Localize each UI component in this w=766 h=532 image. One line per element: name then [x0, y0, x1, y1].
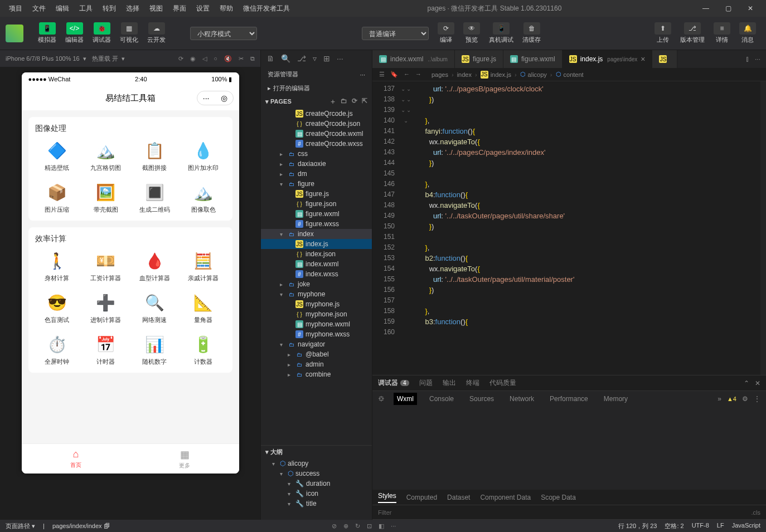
more-icon[interactable]: ··· [755, 55, 760, 63]
file-createQrcode.wxml[interactable]: ▤ createQrcode.wxml [261, 129, 372, 139]
nav-fwd-icon[interactable]: → [415, 71, 421, 78]
file-daxiaoxie[interactable]: ▸🗀 daxiaoxie [261, 159, 372, 169]
status-JavaScript[interactable]: JavaScript [732, 522, 760, 530]
page-path[interactable]: pages/index/index 🗐 [52, 523, 110, 529]
tool-消息[interactable]: 🔔消息 [735, 20, 760, 46]
collapse-icon[interactable]: ⇱ [362, 97, 367, 106]
menu-视图[interactable]: 视图 [145, 2, 167, 16]
file-navigator[interactable]: ▾🗀 navigator [261, 339, 372, 349]
panel-tab-终端[interactable]: 终端 [466, 378, 479, 388]
bc-content[interactable]: ⬡ content [556, 71, 584, 78]
hotreload-toggle[interactable]: 热重载 开 ▾ [92, 55, 125, 63]
page-path-label[interactable]: 页面路径 ▾ [6, 522, 35, 530]
sb-icon[interactable]: ⊘ [332, 523, 337, 530]
menu-文件[interactable]: 文件 [28, 2, 50, 16]
devtab-Wxml[interactable]: Wxml [394, 393, 417, 405]
panel-tab-代码质量[interactable]: 代码质量 [489, 378, 516, 388]
tab-figure.wxml[interactable]: ▤ figure.wxml [503, 50, 563, 68]
open-editors-section[interactable]: ▸ 打开的编辑器 [261, 82, 372, 95]
app-进制计算器[interactable]: ➕进制计算器 [84, 292, 128, 324]
tool-可视化[interactable]: ▦可视化 [115, 20, 143, 46]
styles-tab-Scope Data[interactable]: Scope Data [541, 494, 576, 501]
tool-云开发[interactable]: ☁云开发 [143, 20, 170, 46]
file-createQrcode.js[interactable]: JS createQrcode.js [261, 109, 372, 119]
app-量角器[interactable]: 📐量角器 [181, 292, 226, 324]
breadcrumb[interactable]: ☰ 🔖 ← → pages›index›JS index.js›⬡ alicop… [372, 68, 766, 81]
extension-icon[interactable]: ⊞ [323, 54, 330, 63]
tool-清缓存[interactable]: 🗑清缓存 [518, 20, 545, 46]
app-全屏时钟[interactable]: ⏱️全屏时钟 [35, 334, 80, 366]
tool-编辑器[interactable]: </>编辑器 [61, 20, 88, 46]
tool-编译[interactable]: ⟳编译 [433, 20, 459, 46]
file-myphone.wxss[interactable]: # myphone.wxss [261, 329, 372, 339]
devtab-Performance[interactable]: Performance [546, 393, 592, 405]
outline-title[interactable]: ▾🔧 title [261, 499, 372, 509]
tab-home[interactable]: ⌂首页 [22, 444, 130, 474]
bc-index[interactable]: index [457, 71, 472, 78]
app-精选壁纸[interactable]: 🔷精选壁纸 [35, 140, 80, 172]
close-icon[interactable]: × [641, 55, 645, 64]
file-myphone.json[interactable]: { } myphone.json [261, 309, 372, 319]
panel-tab-问题[interactable]: 问题 [419, 378, 433, 388]
bc-index.js[interactable]: JS index.js [481, 71, 511, 79]
close-button[interactable]: ✕ [739, 0, 762, 17]
file-index.wxss[interactable]: # index.wxss [261, 269, 372, 279]
file-index.wxml[interactable]: ▤ index.wxml [261, 259, 372, 269]
status-行 120，列 23[interactable]: 行 120，列 23 [618, 522, 657, 530]
file-figure.wxss[interactable]: # figure.wxss [261, 219, 372, 229]
new-file-icon[interactable]: ＋ [329, 97, 336, 106]
files-icon[interactable]: 🗎 [266, 54, 274, 63]
app-随机数字[interactable]: 📊随机数字 [133, 334, 177, 366]
minimize-button[interactable]: — [695, 0, 717, 17]
sb-icon[interactable]: ↻ [355, 523, 360, 530]
devtab-Network[interactable]: Network [506, 393, 537, 405]
nav-back-icon[interactable]: ← [404, 71, 410, 78]
menu-选择[interactable]: 选择 [122, 2, 144, 16]
phone-content[interactable]: 图像处理 🔷精选壁纸🏔️九宫格切图📋截图拼接💧图片加水印📦图片压缩🖼️带壳截图🔳… [22, 110, 239, 443]
branch-icon[interactable]: ⎇ [297, 54, 306, 63]
file-figure[interactable]: ▾🗀 figure [261, 179, 372, 189]
maximize-button[interactable]: ▢ [717, 0, 739, 17]
styles-tab-Component Data[interactable]: Component Data [480, 494, 531, 501]
menu-编辑[interactable]: 编辑 [51, 2, 74, 16]
mute-icon[interactable]: 🔇 [224, 55, 232, 62]
file-figure.json[interactable]: { } figure.json [261, 199, 372, 209]
inspect-icon[interactable]: ⯐ [378, 395, 385, 403]
record-icon[interactable]: ◉ [190, 55, 196, 62]
app-计数器[interactable]: 🔋计数器 [181, 334, 226, 366]
styles-tab-Computed[interactable]: Computed [406, 494, 437, 501]
more-icon[interactable]: ⋮ [754, 395, 760, 403]
app-血型计算器[interactable]: 🩸血型计算器 [133, 251, 177, 282]
home-icon[interactable]: ○ [214, 55, 217, 62]
app-截图拼接[interactable]: 📋截图拼接 [133, 140, 177, 172]
bc-alicopy[interactable]: ⬡ alicopy [520, 71, 547, 78]
devtab-Memory[interactable]: Memory [600, 393, 631, 405]
file-myphone[interactable]: ▾🗀 myphone [261, 289, 372, 299]
tool-模拟器[interactable]: 📱模拟器 [33, 20, 61, 46]
app-图片加水印[interactable]: 💧图片加水印 [181, 140, 226, 172]
outline-duration[interactable]: ▾🔧 duration [261, 479, 372, 489]
filter-input[interactable]: Filter [378, 509, 391, 516]
bc-pages[interactable]: pages [432, 71, 448, 78]
tab-index.js[interactable]: JS index.jspages\index × [563, 50, 653, 68]
more-icon[interactable]: ··· [337, 54, 343, 63]
tab-more[interactable]: ▦更多 [130, 444, 239, 474]
file-joke[interactable]: ▸🗀 joke [261, 279, 372, 289]
app-工资计算器[interactable]: 💴工资计算器 [84, 251, 128, 282]
search-icon[interactable]: 🔍 [281, 54, 290, 63]
sb-icon[interactable]: ◧ [379, 523, 384, 530]
tab-figure.js[interactable]: JS figure.js [455, 50, 503, 68]
close-panel-icon[interactable]: ✕ [755, 379, 760, 387]
tool-版本管理[interactable]: ⎇版本管理 [676, 20, 709, 46]
file-index.js[interactable]: JS index.js [261, 239, 372, 249]
tool-上传[interactable]: ⬆上传 [650, 20, 676, 46]
outline-alicopy[interactable]: ▾⬡ alicopy [261, 458, 372, 468]
marker-icon[interactable]: ▿ [313, 54, 317, 63]
file-myphone.wxml[interactable]: ▤ myphone.wxml [261, 319, 372, 329]
status-UTF-8[interactable]: UTF-8 [692, 522, 709, 530]
file-createQrcode.json[interactable]: { } createQrcode.json [261, 119, 372, 129]
fold-gutter[interactable]: ⌄ ⌄ ⌄ ⌄ ⌄ ⌄ ⌄ [400, 81, 411, 375]
split-icon[interactable]: ⫿ [746, 55, 749, 63]
cut-icon[interactable]: ✂ [239, 55, 244, 62]
tab-index.wxml[interactable]: ▤ index.wxml..\album [372, 50, 455, 68]
